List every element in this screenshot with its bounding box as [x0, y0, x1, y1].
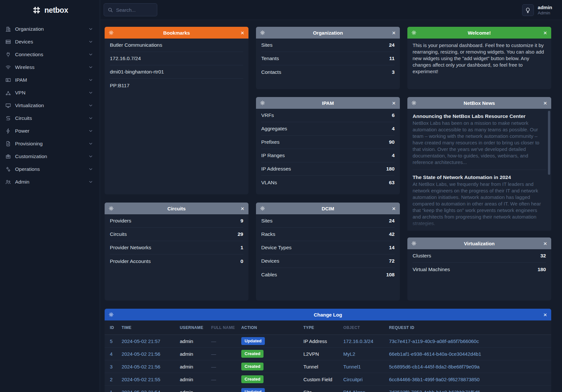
news-article-title[interactable]: The State of Network Automation in 2024	[413, 174, 546, 181]
changelog-time-link[interactable]: 2024-05-02 21:54	[122, 389, 179, 392]
sidebar-item-ipam[interactable]: IPAM	[0, 74, 100, 86]
sidebar-item-customization[interactable]: Customization	[0, 150, 100, 163]
stat-label[interactable]: Aggregates	[261, 126, 287, 132]
table-row-1: 1 2024-05-02 21:54 admin — Updated Site …	[105, 386, 551, 392]
close-icon[interactable]: ×	[543, 309, 547, 320]
changelog-time-link[interactable]: 2024-05-02 21:57	[122, 338, 179, 344]
stat-row-clusters: Clusters 32	[413, 249, 546, 263]
sidebar-item-virtualization[interactable]: Virtualization	[0, 99, 100, 112]
gear-icon[interactable]	[411, 237, 417, 249]
sidebar-item-circuits[interactable]: Circuits	[0, 112, 100, 124]
changelog-request-id-link[interactable]: 73c7e417-a119-40c9-a08f-a65f7b66060c	[389, 338, 546, 344]
sidebar-item-connections[interactable]: Connections	[0, 48, 100, 61]
sidebar-item-vpn[interactable]: VPN	[0, 86, 100, 99]
close-icon[interactable]: ×	[392, 97, 396, 109]
close-icon[interactable]: ×	[543, 27, 547, 39]
stat-label[interactable]: VLANs	[261, 180, 277, 186]
stat-label[interactable]: Devices	[261, 258, 279, 264]
sidebar-item-operations[interactable]: Operations	[0, 163, 100, 175]
close-icon[interactable]: ×	[241, 27, 244, 39]
news-article-title[interactable]: Announcing the NetBox Labs Resource Cent…	[413, 113, 546, 120]
stat-label[interactable]: Providers	[110, 218, 131, 224]
stat-label[interactable]: Device Types	[261, 245, 292, 251]
gear-icon[interactable]	[260, 203, 265, 214]
changelog-id-link[interactable]: 2	[110, 377, 121, 382]
stat-label[interactable]: Tenants	[261, 56, 279, 61]
changelog-request-id-link[interactable]: 7d2522f0-7852-4ebb-b1a9-b63bbb71f5d6	[389, 389, 546, 392]
bookmark-link-pp-b117[interactable]: PP:B117	[110, 79, 243, 92]
changelog-id-link[interactable]: 5	[110, 338, 121, 344]
gear-icon[interactable]	[109, 309, 114, 320]
search-box[interactable]	[104, 3, 157, 16]
search-input[interactable]	[113, 7, 157, 13]
user-menu[interactable]: admin Admin	[538, 5, 552, 16]
sidebar-item-admin[interactable]: Admin	[0, 175, 100, 188]
column-header-time[interactable]: Time	[122, 325, 179, 330]
stat-label[interactable]: Sites	[261, 42, 272, 48]
stat-label[interactable]: Prefixes	[261, 139, 280, 145]
sidebar-item-provisioning[interactable]: Provisioning	[0, 137, 100, 150]
changelog-time-link[interactable]: 2024-05-02 21:55	[122, 377, 179, 382]
stat-label[interactable]: Contacts	[261, 69, 281, 75]
column-header-type[interactable]: Type	[303, 325, 343, 330]
sidebar-item-power[interactable]: Power	[0, 124, 100, 137]
sidebar-item-wireless[interactable]: Wireless	[0, 61, 100, 74]
stat-label[interactable]: Racks	[261, 231, 275, 237]
scrollbar-thumb[interactable]	[548, 111, 550, 175]
column-header-request-id[interactable]: Request ID	[389, 325, 546, 330]
stat-label[interactable]: Cables	[261, 272, 277, 278]
changelog-time-link[interactable]: 2024-05-02 21:56	[122, 351, 179, 357]
sidebar-item-organization[interactable]: Organization	[0, 23, 100, 35]
sidebar-item-devices[interactable]: Devices	[0, 35, 100, 48]
column-header-id[interactable]: ID	[110, 325, 121, 330]
close-icon[interactable]: ×	[543, 237, 547, 249]
table-row-2: 2 2024-05-02 21:55 admin — Created Custo…	[105, 373, 551, 386]
bookmark-link-butler-communications[interactable]: Butler Communications	[110, 39, 243, 52]
changelog-object-link[interactable]: MyL2	[343, 351, 388, 357]
changelog-request-id-link[interactable]: 5c6895d6-cb14-445f-8da2-8be68f79e09a	[389, 364, 546, 369]
changelog-id-link[interactable]: 3	[110, 364, 121, 369]
close-icon[interactable]: ×	[543, 97, 547, 109]
widget-title: Bookmarks	[163, 30, 190, 36]
column-header-full-name[interactable]: Full Name	[211, 325, 241, 330]
bookmark-link-dmi01-binghamton-rtr01[interactable]: dmi01-binghamton-rtr01	[110, 65, 243, 79]
changelog-request-id-link[interactable]: 66eb1af1-e938-4614-b40a-0ce30442d4b1	[389, 351, 546, 357]
stat-label[interactable]: IP Addresses	[261, 166, 291, 172]
close-icon[interactable]: ×	[392, 203, 396, 214]
changelog-request-id-link[interactable]: 6cc84466-36b1-499f-9a02-9f6278873850	[389, 377, 546, 382]
stat-value: 4	[392, 153, 395, 158]
stat-label[interactable]: Sites	[261, 218, 272, 224]
netbox-logo[interactable]: netbox	[0, 0, 100, 20]
changelog-object-link[interactable]: Tunnel1	[343, 364, 388, 369]
changelog-username: admin	[180, 338, 211, 344]
stat-label[interactable]: Clusters	[413, 253, 431, 259]
stat-label[interactable]: Circuits	[110, 231, 127, 237]
bookmark-link-172-16-0-7-24[interactable]: 172.16.0.7/24	[110, 52, 243, 65]
table-row-3: 3 2024-05-02 21:56 admin — Created Tunne…	[105, 360, 551, 373]
gear-icon[interactable]	[411, 97, 417, 109]
gear-icon[interactable]	[260, 27, 265, 39]
changelog-id-link[interactable]: 4	[110, 351, 121, 357]
stat-label[interactable]: IP Ranges	[261, 153, 285, 158]
changelog-id-link[interactable]: 1	[110, 389, 121, 392]
close-icon[interactable]: ×	[241, 203, 244, 214]
close-icon[interactable]: ×	[392, 27, 396, 39]
column-header-username[interactable]: Username	[180, 325, 211, 330]
stat-label[interactable]: Provider Accounts	[110, 258, 151, 264]
theme-toggle-button[interactable]	[522, 4, 534, 16]
gear-icon[interactable]	[260, 97, 265, 109]
stat-label[interactable]: Virtual Machines	[413, 267, 450, 272]
changelog-object-link[interactable]: 172.16.0.3/24	[343, 338, 388, 344]
column-header-object[interactable]: Object	[343, 325, 388, 330]
changelog-object-link[interactable]: DM-Akron	[343, 389, 388, 392]
stat-row-vrfs: VRFs 6	[261, 109, 395, 122]
changelog-object-link[interactable]: Circuitpri	[343, 377, 388, 382]
gear-icon[interactable]	[109, 27, 114, 39]
widget-title: Welcome!	[468, 30, 491, 36]
gear-icon[interactable]	[411, 27, 417, 39]
gear-icon[interactable]	[109, 203, 114, 214]
stat-label[interactable]: VRFs	[261, 112, 274, 118]
column-header-action[interactable]: Action	[241, 325, 303, 330]
changelog-time-link[interactable]: 2024-05-02 21:56	[122, 364, 179, 369]
stat-label[interactable]: Provider Networks	[110, 245, 151, 251]
